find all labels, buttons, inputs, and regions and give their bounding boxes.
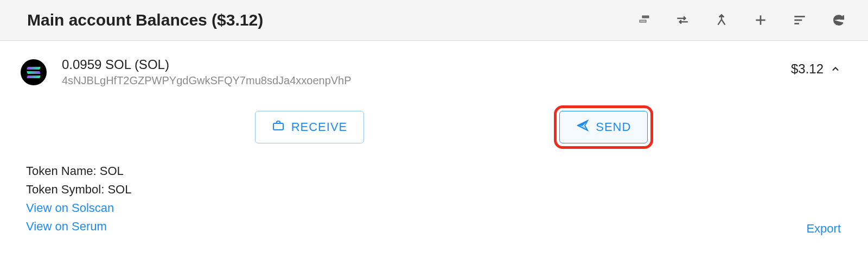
merge-icon[interactable] xyxy=(714,12,729,28)
send-button[interactable]: SEND xyxy=(559,111,648,143)
export-link[interactable]: Export xyxy=(806,222,841,236)
filter-icon[interactable] xyxy=(636,12,651,28)
send-icon xyxy=(576,119,589,135)
token-symbol-line: Token Symbol: SOL xyxy=(26,180,131,199)
svg-rect-0 xyxy=(642,16,649,18)
token-name-line: Token Name: SOL xyxy=(26,162,131,180)
token-row: 0.0959 SOL (SOL) 4sNJBLgHfT2GZPWPYgdGwkS… xyxy=(21,57,841,87)
swap-icon[interactable] xyxy=(675,12,690,28)
content-area: 0.0959 SOL (SOL) 4sNJBLgHfT2GZPWPYgdGwkS… xyxy=(0,41,868,258)
header-toolbar xyxy=(636,12,846,28)
view-serum-link[interactable]: View on Serum xyxy=(26,217,131,236)
page-title: Main account Balances ($3.12) xyxy=(27,11,263,29)
solana-logo-icon xyxy=(21,59,47,85)
chevron-up-icon[interactable] xyxy=(830,64,841,74)
token-info: 0.0959 SOL (SOL) 4sNJBLgHfT2GZPWPYgdGwkS… xyxy=(62,57,776,87)
action-buttons-row: RECEIVE SEND xyxy=(21,111,841,143)
token-usd-value: $3.12 xyxy=(791,61,824,77)
add-icon[interactable] xyxy=(753,12,768,28)
token-address: 4sNJBLgHfT2GZPWPYgdGwkSFQY7mu8sdJa4xxoen… xyxy=(62,74,776,87)
sort-icon[interactable] xyxy=(792,12,807,28)
send-label: SEND xyxy=(596,120,631,134)
token-balance-title: 0.0959 SOL (SOL) xyxy=(62,57,776,72)
token-details-left: Token Name: SOL Token Symbol: SOL View o… xyxy=(26,162,131,236)
briefcase-icon xyxy=(272,119,285,135)
page-header: Main account Balances ($3.12) xyxy=(0,0,868,41)
svg-rect-2 xyxy=(273,123,283,130)
receive-button[interactable]: RECEIVE xyxy=(255,111,365,143)
receive-label: RECEIVE xyxy=(291,120,348,134)
token-details: Token Name: SOL Token Symbol: SOL View o… xyxy=(21,162,841,236)
view-solscan-link[interactable]: View on Solscan xyxy=(26,199,131,217)
svg-rect-1 xyxy=(640,20,646,22)
token-value-wrap[interactable]: $3.12 xyxy=(791,61,841,77)
refresh-icon[interactable] xyxy=(831,12,846,28)
